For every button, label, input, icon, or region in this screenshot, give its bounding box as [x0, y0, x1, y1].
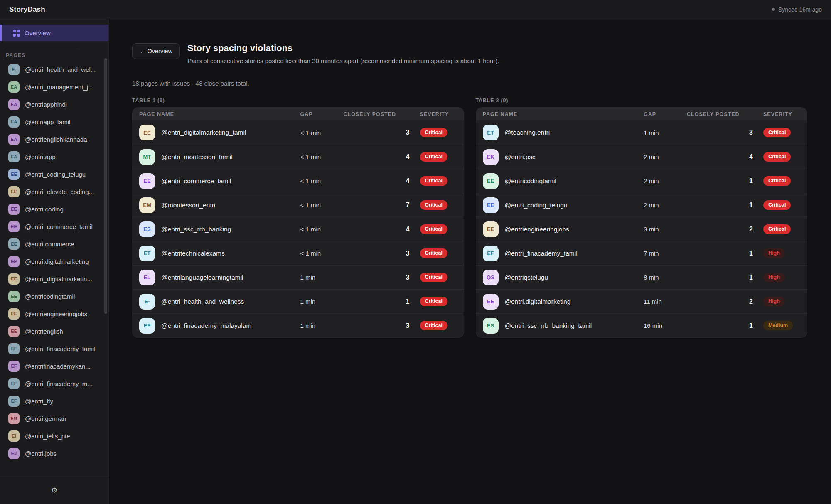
page-avatar: E- [8, 64, 20, 75]
page-avatar: EE [8, 326, 20, 337]
page-avatar: EL [139, 270, 155, 285]
sidebar-page-item[interactable]: E- @entri_health_and_wel... [0, 61, 108, 78]
column-header: GAP [644, 111, 687, 117]
closely-posted-count-cell: 1 [687, 322, 763, 329]
severity-badge: High [763, 297, 785, 306]
page-handle-label: @entri.digitalmarketing [25, 258, 89, 265]
sidebar-page-item[interactable]: EF @entri_fly [0, 392, 108, 410]
app-title: StoryDash [9, 5, 45, 14]
sidebar-page-item[interactable]: EA @entri.app [0, 148, 108, 165]
page-avatar: EE [8, 204, 20, 215]
table-header-row: PAGE NAMEGAPCLOSELY POSTEDSEVERITY [133, 108, 464, 120]
closely-posted-count-cell: 3 [344, 129, 420, 136]
back-to-overview-button[interactable]: ← Overview [132, 43, 180, 59]
tables-grid: TABLE 1 (9) PAGE NAMEGAPCLOSELY POSTEDSE… [132, 98, 807, 338]
page-avatar: MT [139, 149, 155, 165]
sidebar-page-item[interactable]: EE @entrienglish [0, 322, 108, 340]
page-name-cell: @entri_finacademy_tamil [505, 250, 578, 257]
sidebar-page-item[interactable]: EA @entrienglishkannada [0, 130, 108, 148]
sidebar-page-item[interactable]: EE @entri.coding [0, 200, 108, 218]
page-avatar: EE [8, 291, 20, 302]
table-row: MT @entri_montessori_tamil < 1 min 4 Cri… [133, 145, 464, 169]
table-row: ES @entri_ssc_rrb_banking_tamil 16 min 1… [476, 313, 807, 337]
overview-label: Overview [25, 30, 51, 37]
page-avatar: EE [8, 186, 20, 197]
sidebar-page-item[interactable]: EE @entri_digitalmarketin... [0, 270, 108, 288]
page-avatar: EE [483, 294, 499, 310]
page-avatar: QS [483, 270, 499, 285]
table-body: ET @teaching.entri 1 min 3 Critical EK @… [476, 120, 807, 337]
page-avatar: EA [8, 116, 20, 128]
sidebar-page-item[interactable]: EE @entricodingtamil [0, 288, 108, 305]
page-avatar: EE [8, 169, 20, 180]
table-body: EE @entri_digitalmarketing_tamil < 1 min… [133, 120, 464, 337]
page-handle-label: @entri.app [25, 153, 56, 160]
page-handle-label: @entriapp_tamil [25, 118, 70, 125]
gap-cell: 3 min [644, 226, 687, 233]
sidebar-page-item[interactable]: EF @entri_finacademy_m... [0, 375, 108, 392]
column-header: CLOSELY POSTED [344, 111, 420, 117]
closely-posted-count-cell: 3 [344, 322, 420, 329]
severity-badge: Critical [420, 200, 447, 210]
sidebar-page-item[interactable]: EA @entriapphindi [0, 96, 108, 113]
table-row: E- @entri_health_and_wellness 1 min 1 Cr… [133, 289, 464, 313]
sidebar-page-item[interactable]: EJ @entri.jobs [0, 445, 108, 462]
table-1-section: TABLE 1 (9) PAGE NAMEGAPCLOSELY POSTEDSE… [132, 98, 464, 338]
closely-posted-count-cell: 1 [344, 298, 420, 305]
page-avatar: EF [139, 318, 155, 334]
sidebar-page-item[interactable]: EF @entri_finacademy_tamil [0, 340, 108, 357]
page-header: ← Overview Story spacing violations Pair… [132, 43, 807, 64]
table-2: PAGE NAMEGAPCLOSELY POSTEDSEVERITY ET @t… [476, 107, 808, 338]
sidebar-page-item[interactable]: EI @entri_ielts_pte [0, 427, 108, 445]
sidebar-page-item[interactable]: EG @entri.german [0, 410, 108, 427]
closely-posted-count-cell: 3 [344, 250, 420, 257]
sidebar-page-item[interactable]: EA @entri_management_j... [0, 78, 108, 96]
severity-badge: Critical [420, 297, 447, 306]
severity-badge: High [763, 248, 785, 258]
settings-gear-icon[interactable]: ⚙ [51, 487, 57, 494]
sidebar-page-item[interactable]: EF @entrifinacademykan... [0, 357, 108, 375]
page-avatar: EF [8, 396, 20, 407]
page-avatar: EG [8, 413, 20, 424]
severity-badge: Critical [763, 128, 791, 138]
table-row: ET @entritechnicalexams < 1 min 3 Critic… [133, 241, 464, 265]
gap-cell: 2 min [644, 202, 687, 209]
page-name-cell: @entri.psc [505, 153, 536, 161]
closely-posted-count-cell: 2 [687, 226, 763, 233]
severity-badge: Critical [763, 224, 791, 234]
gap-cell: 1 min [300, 322, 344, 329]
gap-cell: < 1 min [300, 153, 344, 160]
page-handle-label: @entri_management_j... [25, 84, 93, 91]
severity-badge: Critical [763, 200, 791, 210]
gap-cell: < 1 min [300, 250, 344, 257]
sidebar-divider [4, 47, 78, 47]
page-avatar: EE [483, 173, 499, 189]
page-name-cell: @entri_montessori_tamil [161, 153, 233, 161]
sidebar-item-overview[interactable]: Overview [0, 25, 108, 41]
closely-posted-count-cell: 3 [344, 274, 420, 281]
sidebar-page-item[interactable]: EE @entri.digitalmarketing [0, 253, 108, 270]
page-handle-label: @entri.coding [25, 206, 64, 213]
gap-cell: 8 min [644, 274, 687, 281]
page-avatar: EE [139, 173, 155, 189]
sidebar-page-item[interactable]: EE @entri_coding_telugu [0, 165, 108, 183]
sidebar-page-item[interactable]: EE @entri_commerce_tamil [0, 218, 108, 235]
main-content: ← Overview Story spacing violations Pair… [109, 19, 831, 504]
sidebar-page-item[interactable]: EE @entriengineeringjobs [0, 305, 108, 322]
sidebar-page-item[interactable]: EA @entriapp_tamil [0, 113, 108, 130]
page-avatar: EF [8, 343, 20, 354]
column-header: PAGE NAME [139, 111, 300, 117]
table-1: PAGE NAMEGAPCLOSELY POSTEDSEVERITY EE @e… [132, 107, 464, 338]
page-handle-label: @entri_commerce_tamil [25, 223, 93, 230]
table-row: EE @entricodingtamil 2 min 1 Critical [476, 169, 807, 193]
sidebar-pages-list: E- @entri_health_and_wel... EA @entri_ma… [0, 59, 108, 477]
page-name-cell: @entrilanguagelearningtamil [161, 274, 243, 281]
sidebar-page-item[interactable]: EE @entri.commerce [0, 235, 108, 253]
column-header: PAGE NAME [483, 111, 644, 117]
severity-badge: Critical [420, 224, 447, 234]
sync-dot-icon [772, 8, 775, 11]
page-avatar: EA [8, 151, 20, 162]
sidebar-page-item[interactable]: EE @entri_elevate_coding... [0, 183, 108, 200]
sidebar-scrollbar-thumb[interactable] [104, 58, 107, 314]
page-name-cell: @entri.digitalmarketing [505, 298, 571, 305]
